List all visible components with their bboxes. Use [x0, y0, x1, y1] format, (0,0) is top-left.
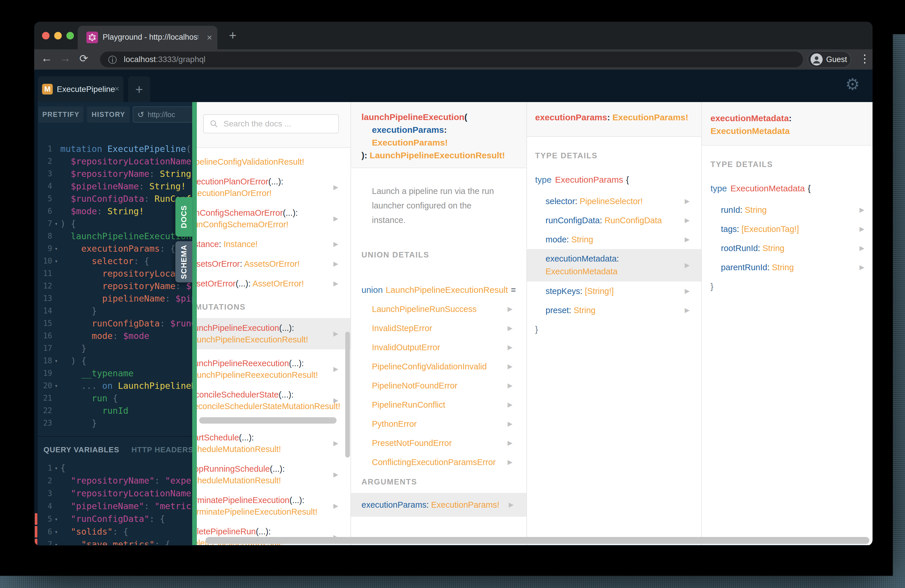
type-field-row[interactable]: runId: String▶: [702, 200, 873, 219]
search-input[interactable]: [224, 119, 328, 129]
tab-http-headers[interactable]: HTTP HEADERS: [132, 445, 192, 454]
settings-gear-icon[interactable]: ⚙: [845, 75, 860, 94]
query-code-line[interactable]: 16 mode: $mode: [38, 330, 192, 342]
fold-arrow-icon[interactable]: ▾: [52, 218, 60, 230]
type-field-row[interactable]: selector: PipelineSelector!▶: [527, 192, 701, 211]
fold-arrow-icon[interactable]: ▾: [52, 538, 60, 545]
union-member[interactable]: InvalidOutputError▶: [351, 338, 526, 357]
docs-list-item[interactable]: startSchedule(...):ScheduleMutationResul…: [197, 432, 351, 455]
type-field-row[interactable]: preset: String▶: [527, 301, 701, 320]
tab-schema[interactable]: SCHEMA: [175, 241, 192, 283]
endpoint-input[interactable]: ↺ http://loc: [133, 106, 192, 122]
docs-list-item[interactable]: reconcileSchedulerState(...):ReconcileSc…: [197, 389, 351, 412]
union-member[interactable]: ConflictingExecutionParamsError▶: [351, 453, 526, 472]
browser-menu-button[interactable]: ⋮: [859, 52, 870, 65]
fold-arrow-icon[interactable]: ▾: [52, 354, 60, 367]
tab-query-variables[interactable]: QUERY VARIABLES: [43, 445, 119, 454]
docs-list-item[interactable]: assetOrError(...): AssetOrError!▶: [197, 278, 351, 289]
fold-arrow-icon[interactable]: ▾: [52, 462, 60, 474]
query-code-line[interactable]: 7▾) {: [38, 218, 192, 230]
argument-row[interactable]: executionParams: ExecutionParams! ▶: [351, 493, 526, 516]
address-bar[interactable]: ⓘ localhost:3333/graphql: [100, 52, 803, 67]
union-member[interactable]: PresetNotFoundError▶: [351, 434, 526, 453]
docs-panel-edge[interactable]: [192, 102, 197, 545]
query-code-line[interactable]: 21 run {: [38, 392, 192, 404]
query-code-line[interactable]: 23 }: [38, 417, 192, 429]
query-code-line[interactable]: 4 $pipelineName: String!: [38, 180, 192, 192]
variables-code-line[interactable]: 1▾{: [38, 462, 192, 474]
prettify-button[interactable]: PRETTIFY: [38, 106, 84, 122]
query-code-line[interactable]: 13 pipelineName: $pipelineName: [38, 292, 192, 305]
docs-list-item[interactable]: assetsOrError: AssetsOrError!▶: [197, 258, 351, 270]
query-code-line[interactable]: 2 $repositoryLocationName: String!: [38, 155, 192, 168]
type-field-row[interactable]: stepKeys: [String!]▶: [527, 281, 701, 301]
query-code-line[interactable]: 1mutation ExecutePipeline(: [38, 143, 192, 155]
query-code-line[interactable]: 9▾ executionParams: {: [38, 242, 192, 255]
docs-list-item[interactable]: runConfigSchemaOrError(...):RunConfigSch…: [197, 207, 351, 230]
docs-search-box[interactable]: [203, 114, 339, 133]
variables-code-line[interactable]: 2 "repositoryName": "exper: [38, 474, 192, 487]
variables-code-line[interactable]: 6▾ "solids": {: [38, 525, 192, 538]
profile-button[interactable]: Guest: [808, 51, 851, 68]
page-info-icon[interactable]: ⓘ: [108, 54, 117, 66]
fold-arrow-icon[interactable]: ▾: [52, 380, 60, 392]
add-tab-button[interactable]: +: [128, 76, 150, 102]
query-code-line[interactable]: 3 $repositoryName: String!: [38, 168, 192, 180]
docs-list-item[interactable]: launchPipelineExecution(...):LaunchPipel…: [197, 318, 351, 350]
type-field-row[interactable]: parentRunId: String▶: [702, 258, 873, 277]
window-zoom-button[interactable]: [67, 32, 74, 40]
docs-list-item[interactable]: launchPipelineReexecution(...):LaunchPip…: [197, 358, 351, 381]
query-code-line[interactable]: 19 __typename: [38, 367, 192, 380]
docs-list-horizontal-scrollbar[interactable]: [199, 417, 337, 424]
window-minimize-button[interactable]: [54, 32, 62, 40]
union-member[interactable]: LaunchPipelineRunSuccess▶: [351, 299, 526, 319]
query-code-line[interactable]: 14 }: [38, 305, 192, 317]
reload-button[interactable]: ⟳: [76, 52, 92, 65]
variables-code-line[interactable]: 7▾ "save_metrics": {: [38, 538, 192, 545]
query-code-line[interactable]: 15 runConfigData: $runConfigData: [38, 317, 192, 330]
playground-tab[interactable]: M ExecutePipeline ×: [38, 76, 124, 102]
fold-arrow-icon[interactable]: ▾: [52, 525, 60, 538]
query-code-line[interactable]: 12 repositoryName: $repositoryName: [38, 280, 192, 292]
union-member[interactable]: PipelineConfigValidationInvalid▶: [351, 357, 526, 376]
docs-list-item[interactable]: stopRunningSchedule(...):ScheduleMutatio…: [197, 463, 351, 486]
query-code-line[interactable]: 18▾ ) {: [38, 354, 192, 367]
docs-list-item[interactable]: executionPlanOrError(...):ExecutionPlanO…: [197, 176, 351, 199]
query-code-line[interactable]: 5 $runConfigData: RunConfigData!: [38, 192, 192, 205]
new-tab-button[interactable]: +: [229, 28, 237, 43]
variables-code-line[interactable]: 4 "pipelineName": "metrics: [38, 500, 192, 513]
forward-button[interactable]: →: [57, 52, 73, 65]
type-field-row[interactable]: tags: [ExecutionTag!]▶: [702, 219, 873, 238]
fold-arrow-icon[interactable]: ▾: [52, 513, 60, 525]
variables-code-line[interactable]: 3 "repositoryLocationName":: [38, 487, 192, 500]
variables-code-line[interactable]: 5▾ "runConfigData": {: [38, 513, 192, 525]
query-code-line[interactable]: 10▾ selector: {: [38, 255, 192, 267]
type-field-row[interactable]: mode: String▶: [527, 230, 701, 249]
playground-tab-close-icon[interactable]: ×: [114, 84, 119, 94]
docs-horizontal-scrollbar[interactable]: [205, 537, 869, 544]
window-close-button[interactable]: [42, 32, 49, 40]
union-member[interactable]: PipelineNotFoundError▶: [351, 376, 526, 395]
query-code-line[interactable]: 20▾ ... on LaunchPipelineRunSuccess {: [38, 380, 192, 392]
browser-tab[interactable]: Playground - http://localhost:3 ×: [78, 26, 218, 49]
docs-list-item[interactable]: PipelineConfigValidationResult!: [197, 156, 351, 168]
fold-arrow-icon[interactable]: ▾: [52, 255, 60, 267]
union-member[interactable]: InvalidStepError▶: [351, 319, 526, 338]
type-field-row[interactable]: runConfigData: RunConfigData▶: [527, 211, 701, 230]
query-editor[interactable]: 1mutation ExecutePipeline(2 $repositoryL…: [38, 143, 192, 429]
fold-arrow-icon[interactable]: ▾: [52, 242, 60, 255]
query-code-line[interactable]: 6 $mode: String!: [38, 205, 192, 218]
docs-list-vertical-scrollbar[interactable]: [345, 332, 350, 458]
variables-editor[interactable]: 1▾{2 "repositoryName": "exper3 "reposito…: [38, 462, 192, 545]
endpoint-reload-icon[interactable]: ↺: [137, 110, 144, 119]
type-field-row[interactable]: executionMetadata:ExecutionMetadata▶: [527, 249, 701, 281]
docs-list-item[interactable]: instance: Instance!▶: [197, 238, 351, 250]
tab-close-icon[interactable]: ×: [207, 32, 212, 43]
docs-list-item[interactable]: terminatePipelineExecution(...):Terminat…: [197, 494, 351, 518]
query-code-line[interactable]: 22 runId: [38, 404, 192, 417]
type-field-row[interactable]: rootRunId: String▶: [702, 238, 873, 258]
tab-docs[interactable]: DOCS: [175, 197, 192, 237]
query-code-line[interactable]: 8 launchPipelineExecution(: [38, 230, 192, 242]
query-code-line[interactable]: 11 repositoryLocationName: $repositoryLo…: [38, 267, 192, 280]
union-member[interactable]: PipelineRunConflict▶: [351, 395, 526, 414]
